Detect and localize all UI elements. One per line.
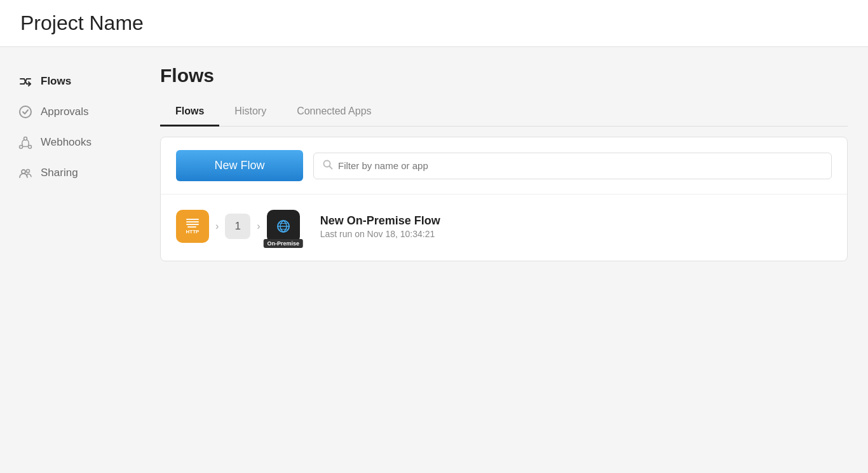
- svg-point-1: [20, 146, 23, 149]
- page-title: Flows: [160, 65, 848, 86]
- tab-flows[interactable]: Flows: [160, 99, 219, 127]
- approvals-icon: [18, 104, 33, 120]
- arrow-2: ›: [255, 221, 261, 232]
- svg-point-5: [27, 170, 30, 173]
- sidebar-item-sharing-label: Sharing: [41, 167, 78, 179]
- sidebar-item-flows[interactable]: Flows: [10, 67, 130, 95]
- onprem-label: On-Premise: [263, 239, 303, 248]
- sharing-icon: [18, 165, 33, 181]
- sidebar-item-flows-label: Flows: [41, 75, 71, 88]
- flow-info: New On-Premise Flow Last run on Nov 18, …: [320, 214, 440, 239]
- arrow-1: ›: [214, 221, 220, 232]
- flow-row[interactable]: HTTP › 1 › On-Premise: [176, 205, 832, 248]
- sidebar-item-webhooks[interactable]: Webhooks: [10, 128, 130, 156]
- main-content: Flows Flows History Connected Apps New F…: [140, 47, 868, 469]
- flows-icon: [18, 74, 33, 89]
- webhooks-icon: [18, 135, 33, 150]
- sidebar-item-webhooks-label: Webhooks: [41, 136, 92, 149]
- flow-name: New On-Premise Flow: [320, 214, 440, 228]
- layout: Flows Approvals: [0, 47, 868, 469]
- search-box: [313, 153, 832, 179]
- sidebar-item-approvals-label: Approvals: [41, 106, 89, 118]
- flows-card: New Flow: [160, 137, 848, 261]
- tab-connected-apps[interactable]: Connected Apps: [281, 99, 386, 127]
- svg-line-7: [330, 166, 332, 168]
- flow-step-count: 1: [225, 214, 250, 239]
- svg-point-2: [29, 146, 32, 149]
- svg-point-0: [20, 106, 31, 118]
- search-icon: [323, 160, 333, 172]
- search-input[interactable]: [338, 160, 822, 171]
- sidebar-item-sharing[interactable]: Sharing: [10, 159, 130, 187]
- flow-meta: Last run on Nov 18, 10:34:21: [320, 229, 440, 239]
- header: Project Name: [0, 0, 868, 47]
- tabs-bar: Flows History Connected Apps: [160, 99, 848, 127]
- sidebar-item-approvals[interactable]: Approvals: [10, 98, 130, 126]
- sidebar: Flows Approvals: [0, 47, 140, 469]
- tab-history[interactable]: History: [219, 99, 281, 127]
- card-divider: [161, 194, 847, 195]
- http-icon: HTTP: [176, 210, 209, 243]
- card-topbar: New Flow: [176, 150, 832, 181]
- new-flow-button[interactable]: New Flow: [176, 150, 303, 181]
- project-title: Project Name: [20, 11, 848, 35]
- onprem-icon: On-Premise: [267, 210, 300, 243]
